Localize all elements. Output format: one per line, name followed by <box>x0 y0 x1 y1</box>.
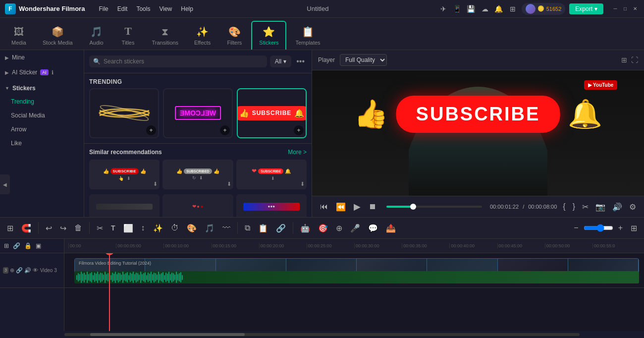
fullscreen-icon[interactable]: ⛶ <box>631 56 638 64</box>
sidebar-item-arrow[interactable]: Arrow <box>0 122 84 136</box>
nav-titles[interactable]: T Titles <box>113 21 143 50</box>
text-tool-button[interactable]: T <box>108 222 118 234</box>
crop-tool-button[interactable]: ⬜ <box>120 222 136 235</box>
similar-card-3[interactable]: ❤ SUBSCRIBE 🔔 ⬇ ⬇ <box>236 160 307 189</box>
settings-button[interactable]: ⚙ <box>627 201 638 213</box>
sticker-subscribe-add-button[interactable]: + <box>294 125 304 135</box>
minimize-button[interactable]: ─ <box>611 5 619 13</box>
delete-button[interactable]: 🗑 <box>71 222 85 234</box>
go-back-button[interactable]: ⏮ <box>318 201 330 212</box>
more-card-1[interactable] <box>89 194 160 217</box>
grid-view-icon[interactable]: ⊞ <box>621 56 627 64</box>
save-icon[interactable]: 💾 <box>466 4 476 14</box>
menu-view[interactable]: View <box>155 3 176 14</box>
stabilize-button[interactable]: 🎯 <box>315 222 331 235</box>
zoom-slider[interactable] <box>584 224 613 232</box>
track-add-icon[interactable]: ⊕ <box>10 267 14 274</box>
collapse-btn[interactable]: ◀ <box>0 174 10 194</box>
more-card-2[interactable]: ❤ ● <box>162 194 233 217</box>
bracket-close-button[interactable]: } <box>571 201 577 212</box>
nav-templates[interactable]: 📋 Templates <box>288 22 327 50</box>
zoom-out-button[interactable]: − <box>571 222 581 234</box>
cut-button[interactable]: ✂ <box>580 201 590 213</box>
transform-button[interactable]: ↕ <box>138 222 148 234</box>
search-input[interactable] <box>104 58 263 65</box>
nav-media[interactable]: 🖼 Media <box>4 22 34 50</box>
speed-button[interactable]: ⏱ <box>168 222 182 234</box>
nav-audio[interactable]: 🎵 Audio <box>82 22 111 50</box>
link-tracks-button[interactable]: 🔗 <box>12 241 21 250</box>
sticker-card-welcome[interactable]: WELCOME + <box>163 88 233 138</box>
stickers-group-header[interactable]: ▼ Stickers <box>0 82 84 95</box>
effects-tool-button[interactable]: ✨ <box>150 222 166 235</box>
link-button[interactable]: 🔗 <box>273 222 289 235</box>
phone-icon[interactable]: 📱 <box>452 4 462 14</box>
play-button[interactable]: ▶ <box>352 200 363 213</box>
magnet-tool-button[interactable]: 🧲 <box>18 222 34 235</box>
nav-effects[interactable]: ✨ Effects <box>187 22 217 50</box>
more-card-3[interactable]: ●●● <box>236 194 307 217</box>
nav-filters[interactable]: 🎨 Filters <box>219 22 249 50</box>
notify-icon[interactable]: 🔔 <box>494 4 504 14</box>
more-link[interactable]: More > <box>288 149 307 156</box>
sticker-card-swirl[interactable]: + <box>89 88 159 138</box>
color-button[interactable]: 🎨 <box>184 222 200 235</box>
menu-tools[interactable]: Tools <box>132 3 154 14</box>
add-track-button[interactable]: ⊞ <box>3 241 10 250</box>
quality-select[interactable]: Full Quality <box>340 54 387 66</box>
cut-tool-button[interactable]: ✂ <box>94 222 106 235</box>
sticker-swirl-add-button[interactable]: + <box>146 125 156 135</box>
paste-button[interactable]: 📋 <box>255 222 271 235</box>
mine-section[interactable]: ▶ Mine <box>0 50 84 65</box>
nav-stickers[interactable]: ⭐ Stickers <box>251 21 286 50</box>
undo-button[interactable]: ↩ <box>43 222 55 235</box>
sidebar-item-social-media[interactable]: Social Media <box>0 109 84 122</box>
track-eye-icon[interactable]: 👁 <box>33 267 38 274</box>
step-back-button[interactable]: ⏪ <box>334 201 348 213</box>
subtitle-button[interactable]: 💬 <box>365 222 381 235</box>
sticker-welcome-add-button[interactable]: + <box>220 125 230 135</box>
menu-file[interactable]: File <box>95 3 112 14</box>
share-icon[interactable]: ✈ <box>438 4 448 14</box>
camera-button[interactable]: 📷 <box>593 201 607 213</box>
sticker-card-subscribe[interactable]: 👍 SUBSCRIBE 🔔 + <box>237 88 307 138</box>
timeline-horizontal-scrollbar[interactable] <box>64 333 580 336</box>
close-button[interactable]: ✕ <box>631 5 639 13</box>
volume-button[interactable]: 🔊 <box>610 201 624 213</box>
menu-help[interactable]: Help <box>177 3 197 14</box>
grid-tool-button[interactable]: ⊞ <box>4 222 16 235</box>
export-button[interactable]: Export ▾ <box>569 3 603 14</box>
maximize-button[interactable]: □ <box>621 5 629 13</box>
similar-card-2[interactable]: 👍 SUBSCRIBED 👍 ↻ ⬇ ⬇ <box>162 160 233 189</box>
lock-tracks-button[interactable]: 🔒 <box>23 241 33 250</box>
track-audio-icon[interactable]: 🔊 <box>24 267 31 274</box>
nav-stock-media[interactable]: 📦 Stock Media <box>36 22 80 50</box>
user-badge[interactable]: 🪙 51652 <box>522 3 566 15</box>
similar-card-1[interactable]: 👍 SUBSCRIBE 👍 👆 ⬇ ⬇ <box>89 160 160 189</box>
menu-edit[interactable]: Edit <box>113 3 132 14</box>
grid-layout-button[interactable]: ⊞ <box>628 222 640 235</box>
redo-button[interactable]: ↪ <box>57 222 69 235</box>
motion-button[interactable]: 〰 <box>219 222 233 234</box>
ai-sticker-section[interactable]: ▶ AI Sticker AI ℹ <box>0 65 84 80</box>
copy-button[interactable]: ⧉ <box>242 222 253 234</box>
zoom-in-button[interactable]: + <box>615 222 626 234</box>
ai-remove-button[interactable]: 🤖 <box>297 222 313 235</box>
search-input-wrap[interactable]: 🔍 <box>89 56 267 67</box>
nav-transitions[interactable]: ⧗ Transitions <box>145 22 185 50</box>
more-tool-button[interactable]: ⊕ <box>333 222 345 235</box>
audio-tool-button[interactable]: 🎵 <box>202 222 217 235</box>
sidebar-item-trending[interactable]: Trending <box>0 95 84 109</box>
more-options-button[interactable]: ••• <box>294 55 307 68</box>
sidebar-item-like[interactable]: Like <box>0 136 84 150</box>
export-tool-button[interactable]: 📤 <box>383 222 399 235</box>
collapse-all-button[interactable]: ▣ <box>35 241 42 250</box>
info-icon[interactable]: ℹ <box>52 69 54 76</box>
stop-button[interactable]: ⏹ <box>367 201 378 212</box>
timeline-tracks[interactable]: ✂ Filmora Video Editing Tutorial (2024) <box>64 253 644 331</box>
bracket-open-button[interactable]: { <box>561 201 567 212</box>
cloud-icon[interactable]: ☁ <box>480 4 490 14</box>
progress-bar[interactable] <box>386 206 482 208</box>
voice-button[interactable]: 🎤 <box>347 222 363 235</box>
filter-button[interactable]: All ▾ <box>270 56 291 67</box>
